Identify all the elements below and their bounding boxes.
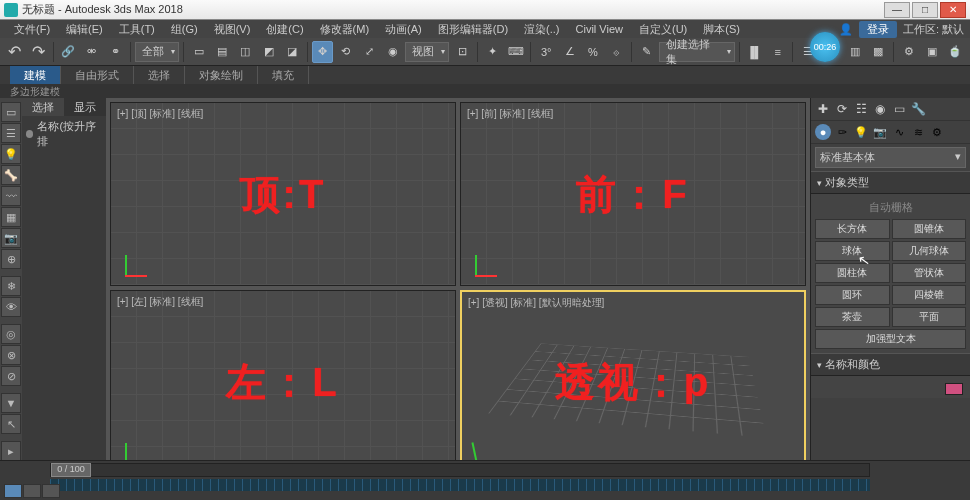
- ribbon-tab-freeform[interactable]: 自由形式: [61, 66, 134, 84]
- lt-filter[interactable]: ▼: [1, 393, 21, 413]
- select-crossing-button[interactable]: ◪: [281, 41, 302, 63]
- selection-filter-dropdown[interactable]: 全部: [135, 42, 179, 62]
- lt-light[interactable]: 💡: [1, 144, 21, 164]
- menu-tools[interactable]: 工具(T): [111, 20, 163, 39]
- primitive-sphere[interactable]: 球体: [815, 241, 890, 261]
- menu-animation[interactable]: 动画(A): [377, 20, 430, 39]
- primitive-textplus[interactable]: 加强型文本: [815, 329, 966, 349]
- render-setup-button[interactable]: ⚙: [898, 41, 919, 63]
- login-button[interactable]: 登录: [859, 21, 897, 38]
- workspace-label[interactable]: 工作区: 默认: [903, 22, 964, 37]
- edit-selection-button[interactable]: ✎: [636, 41, 657, 63]
- viewport-persp-label[interactable]: [+] [透视] [标准] [默认明暗处理]: [468, 296, 604, 310]
- manipulate-button[interactable]: ✦: [482, 41, 503, 63]
- primitive-pyramid[interactable]: 四棱锥: [892, 285, 967, 305]
- cp-display-icon[interactable]: ▭: [891, 101, 907, 117]
- ribbon-tab-modeling[interactable]: 建模: [10, 66, 61, 84]
- menu-group[interactable]: 组(G): [163, 20, 206, 39]
- redo-button[interactable]: ↷: [27, 41, 48, 63]
- select-name-button[interactable]: ▤: [211, 41, 232, 63]
- cat-systems-icon[interactable]: ⚙: [929, 124, 945, 140]
- ref-coord-dropdown[interactable]: 视图: [405, 42, 449, 62]
- menu-views[interactable]: 视图(V): [206, 20, 259, 39]
- cp-utilities-icon[interactable]: 🔧: [910, 101, 926, 117]
- render-frame-button[interactable]: ▣: [921, 41, 942, 63]
- lt-expand[interactable]: ▸: [1, 441, 21, 461]
- named-selection-dropdown[interactable]: 创建选择集: [659, 42, 734, 62]
- viewport-front-label[interactable]: [+] [前] [标准] [线框]: [467, 107, 553, 121]
- cp-create-icon[interactable]: ✚: [815, 101, 831, 117]
- primitive-teapot[interactable]: 茶壶: [815, 307, 890, 327]
- cp-motion-icon[interactable]: ◉: [872, 101, 888, 117]
- ribbon-tab-selection[interactable]: 选择: [134, 66, 185, 84]
- align-button[interactable]: ≡: [767, 41, 788, 63]
- render-button[interactable]: 🍵: [945, 41, 966, 63]
- lt-camera[interactable]: 📷: [1, 228, 21, 248]
- scale-button[interactable]: ⤢: [359, 41, 380, 63]
- link-button[interactable]: 🔗: [58, 41, 79, 63]
- primitive-plane[interactable]: 平面: [892, 307, 967, 327]
- lt-bone[interactable]: 🦴: [1, 165, 21, 185]
- lt-wave[interactable]: 〰: [1, 186, 21, 206]
- scene-header-row[interactable]: 名称(按升序排: [22, 116, 106, 152]
- color-swatch[interactable]: [945, 383, 963, 395]
- ribbon-subpanel[interactable]: 多边形建模: [0, 84, 970, 98]
- menu-edit[interactable]: 编辑(E): [58, 20, 111, 39]
- autogrid-checkbox[interactable]: 自动栅格: [815, 198, 966, 217]
- time-slider-handle[interactable]: 0 / 100: [51, 463, 91, 477]
- time-ruler[interactable]: [50, 479, 870, 491]
- menu-file[interactable]: 文件(F): [6, 20, 58, 39]
- cat-lights-icon[interactable]: 💡: [853, 124, 869, 140]
- lt-x1[interactable]: ⊗: [1, 345, 21, 365]
- select-window-button[interactable]: ◩: [258, 41, 279, 63]
- viewport-perspective[interactable]: [+] [透视] [标准] [默认明暗处理] 透视：p: [460, 290, 806, 474]
- minimize-button[interactable]: —: [884, 2, 910, 18]
- menu-modifiers[interactable]: 修改器(M): [312, 20, 378, 39]
- rotate-button[interactable]: ⟲: [335, 41, 356, 63]
- ribbon-tab-populate[interactable]: 填充: [258, 66, 309, 84]
- menu-create[interactable]: 创建(C): [258, 20, 311, 39]
- lt-helper[interactable]: ⊕: [1, 249, 21, 269]
- primitive-category-dropdown[interactable]: 标准基本体: [815, 147, 966, 168]
- lt-cursor[interactable]: ↖: [1, 414, 21, 434]
- close-button[interactable]: ✕: [940, 2, 966, 18]
- undo-button[interactable]: ↶: [4, 41, 25, 63]
- rollout-name-color[interactable]: 名称和颜色: [811, 353, 970, 376]
- cat-geometry-icon[interactable]: ●: [815, 124, 831, 140]
- scene-tab-select[interactable]: 选择: [22, 98, 64, 116]
- angle-snap-button[interactable]: ∠: [559, 41, 580, 63]
- lt-grid[interactable]: ▦: [1, 207, 21, 227]
- viewport-left[interactable]: [+] [左] [标准] [线框] 左：L: [110, 290, 456, 474]
- bind-button[interactable]: ⚭: [105, 41, 126, 63]
- menu-civil[interactable]: Civil View: [568, 21, 631, 37]
- material-button[interactable]: ▩: [868, 41, 889, 63]
- schematic-button[interactable]: ▥: [844, 41, 865, 63]
- viewport-top-label[interactable]: [+] [顶] [标准] [线框]: [117, 107, 203, 121]
- cp-hierarchy-icon[interactable]: ☷: [853, 101, 869, 117]
- cat-cameras-icon[interactable]: 📷: [872, 124, 888, 140]
- place-button[interactable]: ◉: [382, 41, 403, 63]
- primitive-torus[interactable]: 圆环: [815, 285, 890, 305]
- percent-snap-button[interactable]: %: [582, 41, 603, 63]
- lt-isolate[interactable]: ◎: [1, 324, 21, 344]
- viewport-layout-buttons[interactable]: [4, 484, 60, 498]
- menu-render[interactable]: 渲染(..): [516, 20, 567, 39]
- cat-shapes-icon[interactable]: ✑: [834, 124, 850, 140]
- keyboard-button[interactable]: ⌨: [505, 41, 526, 63]
- primitive-cone[interactable]: 圆锥体: [892, 219, 967, 239]
- unlink-button[interactable]: ⚮: [81, 41, 102, 63]
- spinner-snap-button[interactable]: ⟐: [606, 41, 627, 63]
- rollout-object-type[interactable]: 对象类型: [811, 171, 970, 194]
- scene-tab-display[interactable]: 显示: [64, 98, 106, 116]
- primitive-cylinder[interactable]: 圆柱体: [815, 263, 890, 283]
- cat-spacewarps-icon[interactable]: ≋: [910, 124, 926, 140]
- lt-freeze[interactable]: ❄: [1, 276, 21, 296]
- move-button[interactable]: ✥: [312, 41, 333, 63]
- pivot-button[interactable]: ⊡: [451, 41, 472, 63]
- menu-graph[interactable]: 图形编辑器(D): [430, 20, 516, 39]
- lt-layers[interactable]: ☰: [1, 123, 21, 143]
- ribbon-tab-objectpaint[interactable]: 对象绘制: [185, 66, 258, 84]
- primitive-tube[interactable]: 管状体: [892, 263, 967, 283]
- select-object-button[interactable]: ▭: [188, 41, 209, 63]
- select-rect-button[interactable]: ◫: [235, 41, 256, 63]
